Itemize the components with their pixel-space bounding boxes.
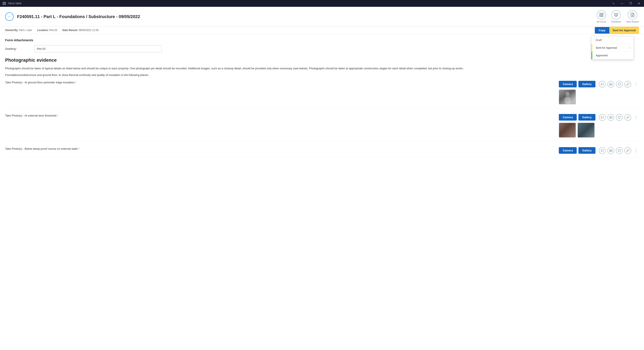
- thumbnail-1-1[interactable]: [559, 90, 576, 104]
- more-icon-3[interactable]: ⋮: [633, 148, 639, 154]
- gallery-button-3[interactable]: Gallery: [578, 147, 596, 154]
- photo-row-1: Take Photo(s) - At ground floor perimete…: [5, 81, 639, 108]
- title-bar-left: FIELD VIEW: [2, 2, 21, 5]
- dwelling-input[interactable]: [34, 45, 162, 52]
- content-area: Form Attachments Dwelling* Photographic …: [0, 34, 644, 168]
- owned-by-value: Part L User: [19, 29, 32, 32]
- svg-point-17: [610, 150, 612, 151]
- location-value: Plot 03: [50, 29, 57, 32]
- thumbnails-1: [559, 90, 576, 104]
- photo-icons-3: ⋮: [596, 147, 639, 154]
- photo-label-col-3: Take Photo(s) - Below damp-proof course …: [5, 147, 559, 150]
- photo-buttons-3: Camera Gallery: [559, 147, 596, 154]
- distribute-label: Distribute: [611, 20, 621, 23]
- resize-btn[interactable]: ⤡: [611, 1, 616, 5]
- photo-row-2: Take Photo(s) - At external door thresho…: [5, 114, 639, 141]
- thumb-img-2: [559, 123, 576, 137]
- header: ← F240591.11 - Part L - Foundations / Su…: [0, 7, 644, 26]
- link-icon-2[interactable]: [624, 114, 631, 121]
- gallery-button-2[interactable]: Gallery: [578, 114, 596, 121]
- more-icon-2[interactable]: ⋮: [633, 114, 639, 120]
- location-label: Location:: [37, 29, 48, 32]
- minimize-btn[interactable]: —: [619, 1, 624, 5]
- header-left: ← F240591.11 - Part L - Foundations / Su…: [5, 12, 140, 21]
- photographic-description2: Foundations/substructure and ground floo…: [5, 73, 639, 77]
- thumb-img-1: [559, 90, 576, 104]
- thumbnail-2-1[interactable]: [559, 123, 576, 138]
- all-good-label: All Good: [597, 20, 606, 23]
- hamburger-menu[interactable]: [2, 2, 6, 5]
- distribute-icon: [612, 10, 621, 19]
- distribute-button[interactable]: Distribute: [611, 10, 621, 23]
- app-name: FIELD VIEW: [8, 2, 21, 5]
- meta-bar: Owned By: Part L User Location: Plot 03 …: [0, 26, 644, 34]
- svg-point-7: [566, 92, 570, 96]
- photo-icons-1: ⋮: [596, 81, 639, 88]
- photo-label-2: Take Photo(s) - At external door thresho…: [5, 114, 58, 117]
- status-dropdown[interactable]: Sent for Approval: [609, 27, 639, 34]
- app-container: ← F240591.11 - Part L - Foundations / Su…: [0, 7, 644, 350]
- thumbnails-2: [559, 123, 594, 138]
- camera-icon-3[interactable]: [607, 147, 614, 154]
- svg-rect-2: [600, 15, 601, 16]
- camera-button-3[interactable]: Camera: [559, 147, 577, 154]
- title-bar: FIELD VIEW ⤡ — ❐ ✕: [0, 0, 644, 7]
- photo-buttons-2: Camera Gallery: [559, 114, 596, 121]
- date-raised-meta: Date Raised: 09/05/2022 12:58: [62, 29, 98, 32]
- copy-button[interactable]: Copy: [595, 27, 610, 34]
- photo-buttons-1: Camera Gallery: [559, 81, 596, 87]
- link-icon-3[interactable]: [624, 147, 631, 154]
- flag-icon-2[interactable]: [616, 114, 623, 121]
- svg-point-13: [610, 117, 612, 118]
- photo-actions-2: Camera Gallery: [559, 114, 596, 138]
- photo-label-col-2: Take Photo(s) - At external door thresho…: [5, 114, 559, 117]
- location-meta: Location: Plot 03: [37, 29, 57, 32]
- photo-label-1: Take Photo(s) - At ground floor perimete…: [5, 81, 76, 84]
- back-arrow-icon: ←: [8, 14, 11, 19]
- status-option-draft[interactable]: Draft: [592, 36, 634, 44]
- more-icon-1[interactable]: ⋮: [633, 81, 639, 87]
- header-actions: All Good Distribute: [597, 10, 639, 23]
- status-dropdown-menu: Draft Sent for Approval | Approved: [591, 36, 634, 59]
- view-report-button[interactable]: View Report: [626, 10, 639, 23]
- svg-point-9: [610, 84, 612, 85]
- dwelling-label: Dwelling*: [5, 47, 31, 50]
- owned-by-label: Owned By:: [5, 29, 18, 32]
- page-title: F240591.11 - Part L - Foundations / Subs…: [17, 14, 140, 19]
- all-good-button[interactable]: All Good: [597, 10, 606, 23]
- photo-label-col-1: Take Photo(s) - At ground floor perimete…: [5, 81, 559, 84]
- restore-btn[interactable]: ❐: [628, 1, 633, 5]
- camera-button-2[interactable]: Camera: [559, 114, 577, 121]
- status-option-approved[interactable]: Approved: [592, 52, 634, 59]
- date-raised-label: Date Raised:: [62, 29, 78, 32]
- camera-button-1[interactable]: Camera: [559, 81, 577, 87]
- status-option-sent[interactable]: Sent for Approval |: [592, 44, 634, 52]
- all-good-icon: [597, 10, 606, 19]
- photo-actions-1: Camera Gallery: [559, 81, 596, 104]
- status-area: Copy Sent for Approval Draft Sent for Ap…: [595, 27, 639, 34]
- dwelling-row: Dwelling*: [5, 45, 639, 52]
- camera-icon-2[interactable]: [607, 114, 614, 121]
- photo-label-3: Take Photo(s) - Below damp-proof course …: [5, 147, 80, 150]
- view-report-label: View Report: [626, 20, 639, 23]
- thumb-img-3: [578, 123, 594, 137]
- owned-by-meta: Owned By: Part L User: [5, 29, 32, 32]
- view-report-icon: [628, 10, 637, 19]
- comment-icon-2[interactable]: [599, 114, 606, 121]
- svg-rect-3: [602, 15, 603, 16]
- gallery-button-1[interactable]: Gallery: [578, 81, 596, 87]
- link-icon-1[interactable]: [624, 81, 631, 88]
- flag-icon-3[interactable]: [616, 147, 623, 154]
- dwelling-required: *: [16, 47, 16, 50]
- close-btn[interactable]: ✕: [636, 1, 642, 5]
- back-button[interactable]: ←: [5, 12, 14, 21]
- camera-icon-1[interactable]: [607, 81, 614, 88]
- svg-rect-0: [600, 13, 601, 14]
- status-text: Sent for Approval: [612, 29, 636, 32]
- svg-point-8: [564, 97, 571, 104]
- title-bar-controls: ⤡ — ❐ ✕: [611, 1, 642, 5]
- flag-icon-1[interactable]: [616, 81, 623, 88]
- thumbnail-2-2[interactable]: [578, 123, 594, 138]
- comment-icon-1[interactable]: [599, 81, 606, 88]
- comment-icon-3[interactable]: [599, 147, 606, 154]
